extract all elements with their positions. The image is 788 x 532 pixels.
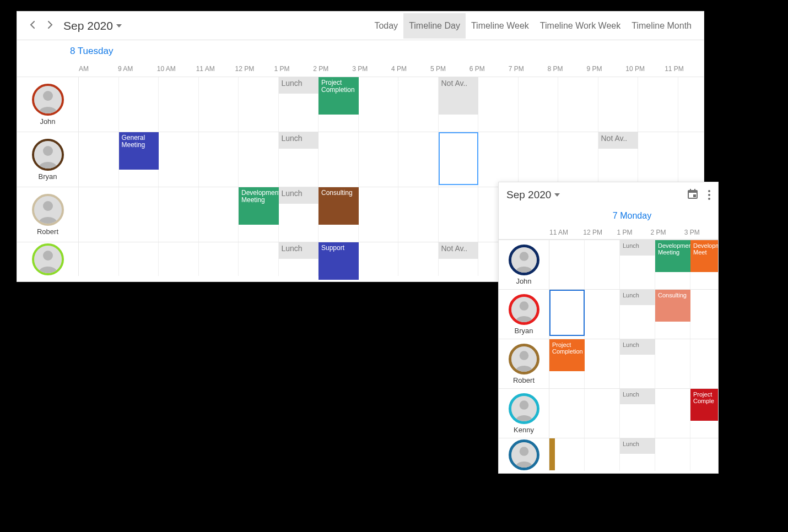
prev-button[interactable] (24, 21, 41, 31)
event[interactable]: Lunch (279, 242, 319, 259)
event[interactable]: Not Av.. (439, 77, 479, 115)
time-label: 8 PM (548, 65, 587, 73)
resource-name: Bryan (39, 172, 57, 181)
event[interactable]: Not Av.. (598, 132, 639, 149)
resource-cell (17, 242, 79, 276)
resource-name: Bryan (515, 327, 533, 335)
svg-point-3 (43, 146, 53, 156)
avatar (32, 84, 64, 116)
event[interactable]: Lunch (620, 240, 655, 256)
resource-rows: JohnLunchDevelopment MeetingDevelopment … (499, 240, 718, 471)
date-range-label: Sep 2020 (63, 19, 113, 32)
timeline-track[interactable]: Project CompletionLunch (549, 339, 718, 388)
date-range-label: Sep 2020 (506, 189, 551, 201)
time-ruler: 11 AM12 PM1 PM2 PM3 PM (499, 225, 718, 240)
event[interactable]: Consulting (319, 187, 359, 225)
svg-point-18 (519, 351, 528, 360)
svg-point-5 (43, 201, 53, 211)
avatar (509, 344, 539, 374)
time-label: 7 PM (509, 65, 548, 73)
day-header: 8 Tuesday (17, 40, 704, 61)
date-range-picker[interactable]: Sep 2020 (506, 189, 560, 201)
time-label: 11 PM (665, 65, 704, 73)
event[interactable]: Project Completion (549, 339, 585, 371)
view-switcher: Timeline DayTimeline WeekTimeline Work W… (403, 13, 697, 39)
resource-name: Kenny (514, 426, 534, 434)
time-label: 11 AM (196, 65, 235, 73)
view-timeline-day[interactable]: Timeline Day (403, 13, 466, 39)
time-label: 1 PM (617, 229, 650, 236)
event[interactable]: Lunch (620, 339, 655, 355)
event[interactable]: Not Av.. (439, 242, 479, 259)
avatar (509, 439, 539, 470)
timeline-track[interactable]: LunchDevelopment MeetingDevelopment Meet (549, 240, 718, 289)
resource-name: Robert (513, 376, 535, 384)
timeline-track[interactable]: LunchProject Comple (549, 389, 718, 438)
event[interactable]: Lunch (620, 290, 655, 305)
time-ruler: AM9 AM10 AM11 AM12 PM1 PM2 PM3 PM4 PM5 P… (17, 61, 704, 77)
svg-rect-9 (688, 191, 697, 193)
chevron-down-icon (554, 193, 560, 197)
svg-point-22 (519, 447, 528, 456)
event[interactable]: Support (319, 242, 359, 280)
event[interactable]: Project Completion (319, 77, 359, 115)
resource-cell: Bryan (17, 132, 79, 187)
view-timeline-week[interactable]: Timeline Week (466, 13, 535, 39)
resource-cell: Robert (499, 339, 549, 388)
event[interactable]: Lunch (279, 77, 319, 94)
day-header: 7 Monday (499, 208, 718, 225)
timeline-track[interactable]: General MeetingLunchNot Av.. (79, 132, 704, 187)
time-label: 6 PM (469, 65, 509, 73)
chevron-down-icon (116, 24, 122, 28)
event[interactable]: Lunch (620, 389, 655, 404)
more-menu-icon[interactable] (708, 190, 710, 200)
time-label: 2 PM (651, 229, 684, 236)
event[interactable] (549, 438, 555, 470)
event[interactable]: Lunch (620, 438, 655, 454)
avatar (32, 139, 64, 171)
time-label: 9 PM (586, 65, 625, 73)
svg-point-20 (519, 400, 528, 410)
resource-name: John (516, 277, 531, 285)
avatar (509, 393, 539, 424)
svg-rect-11 (694, 189, 695, 192)
time-label: 1 PM (274, 65, 313, 73)
time-label: 10 AM (157, 65, 196, 73)
selected-slot[interactable] (439, 132, 479, 185)
resource-row: Lunch (499, 438, 718, 471)
svg-point-7 (43, 251, 53, 260)
date-range-picker[interactable]: Sep 2020 (59, 19, 126, 32)
event[interactable]: Consulting (655, 290, 690, 322)
view-timeline-work-week[interactable]: Timeline Work Week (535, 13, 626, 39)
timeline-track[interactable]: Lunch (549, 438, 718, 471)
time-label: 12 PM (235, 65, 274, 73)
resource-cell: John (17, 77, 79, 132)
event[interactable]: Project Comple (690, 389, 719, 421)
time-label: 4 PM (391, 65, 430, 73)
resource-name: Robert (37, 227, 58, 236)
calendar-icon[interactable] (687, 188, 698, 202)
selected-slot[interactable] (549, 290, 585, 336)
event[interactable]: Development Meet (690, 240, 719, 272)
avatar (509, 245, 539, 275)
today-button[interactable]: Today (369, 13, 403, 39)
svg-rect-12 (693, 194, 696, 197)
resource-row: JohnLunchProject CompletionNot Av.. (17, 77, 704, 132)
timeline-track[interactable]: LunchConsulting (549, 290, 718, 339)
timeline-track[interactable]: LunchProject CompletionNot Av.. (79, 77, 704, 132)
view-timeline-month[interactable]: Timeline Month (626, 13, 697, 39)
svg-point-14 (519, 252, 528, 261)
event[interactable]: Lunch (279, 187, 319, 204)
resource-cell: John (499, 240, 549, 289)
avatar (32, 194, 64, 226)
next-button[interactable] (41, 21, 59, 31)
event[interactable]: Lunch (279, 132, 319, 149)
resource-row: KennyLunchProject Comple (499, 388, 718, 438)
toolbar: Sep 2020 (499, 182, 718, 208)
event[interactable]: Development Meeting (239, 187, 279, 225)
event[interactable]: Development Meeting (655, 240, 690, 272)
time-label: 3 PM (684, 229, 718, 236)
time-label: 11 AM (549, 229, 583, 236)
event[interactable]: General Meeting (119, 132, 159, 170)
svg-rect-10 (690, 189, 691, 192)
